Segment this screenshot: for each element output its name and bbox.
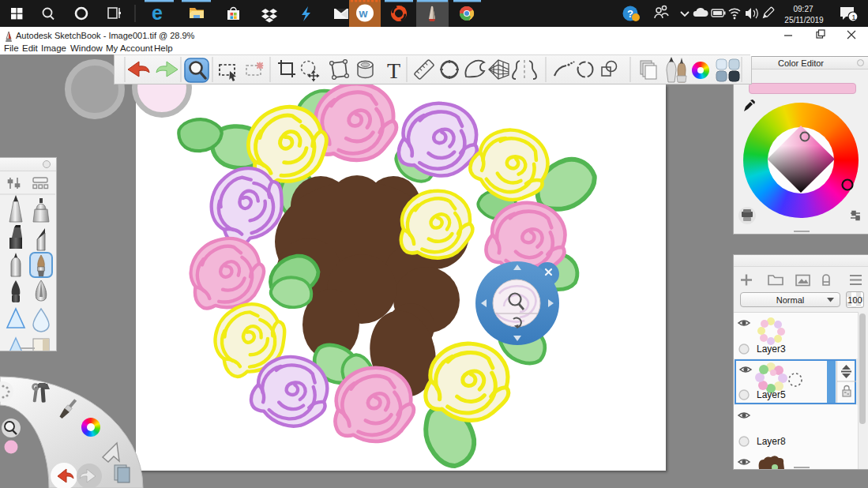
svg-text:Layer3: Layer3 [757, 343, 786, 355]
svg-text:e: e [152, 2, 163, 24]
svg-text:Layer8: Layer8 [757, 436, 786, 447]
svg-text:T: T [387, 58, 400, 83]
svg-text:w: w [359, 7, 368, 20]
svg-text:25/11/2019: 25/11/2019 [784, 16, 824, 24]
svg-text:09:27: 09:27 [793, 5, 813, 13]
svg-text:Layer5: Layer5 [757, 389, 786, 400]
svg-text:1: 1 [851, 13, 855, 21]
